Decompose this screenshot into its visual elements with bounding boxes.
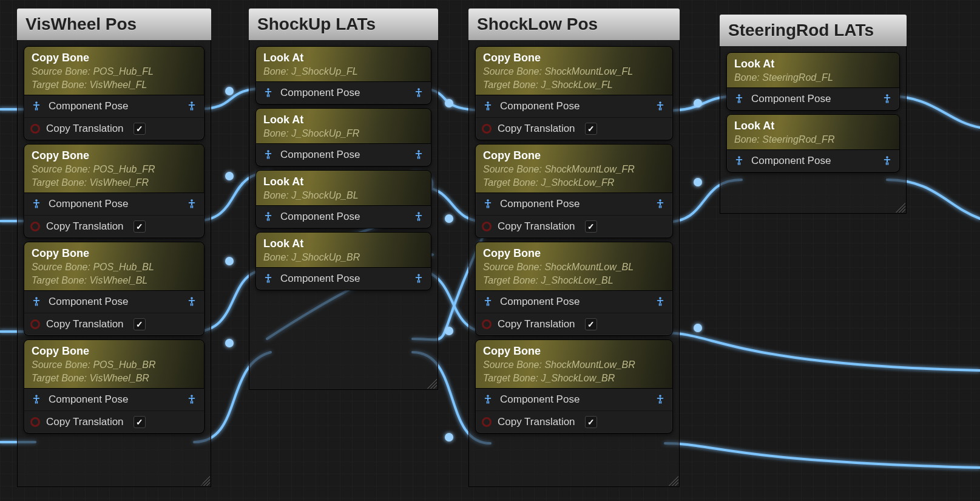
- svg-rect-124: [487, 401, 488, 404]
- copy-translation-checkbox[interactable]: [133, 416, 146, 428]
- pose-pin-in-icon[interactable]: [30, 394, 42, 406]
- pose-pin-in-icon[interactable]: [262, 211, 274, 223]
- bool-pin-icon[interactable]: [30, 319, 40, 329]
- node-header[interactable]: Copy BoneSource Bone: ShockMountLow_BLTa…: [476, 242, 672, 291]
- node-title: Copy Bone: [483, 247, 665, 260]
- pose-pin-in-icon[interactable]: [30, 296, 42, 308]
- pose-pin-out-icon[interactable]: [413, 273, 425, 285]
- svg-rect-128: [657, 398, 664, 399]
- copybone-node[interactable]: Copy BoneSource Bone: POS_Hub_FRTarget B…: [24, 144, 204, 238]
- copy-translation-checkbox[interactable]: [585, 123, 597, 135]
- comment-body[interactable]: Copy BoneSource Bone: POS_Hub_FLTarget B…: [17, 40, 211, 487]
- copybone-node[interactable]: Copy BoneSource Bone: ShockMountLow_BLTa…: [475, 242, 673, 336]
- pose-pin-out-icon[interactable]: [413, 149, 425, 161]
- pose-pin-out-icon[interactable]: [654, 296, 666, 308]
- node-header[interactable]: Look AtBone: J_ShockUp_FR: [256, 109, 431, 144]
- bool-pin-icon[interactable]: [482, 319, 492, 329]
- copy-translation-checkbox[interactable]: [585, 220, 597, 233]
- pose-pin-in-icon[interactable]: [262, 149, 274, 161]
- svg-rect-105: [488, 205, 489, 208]
- bool-pin-icon[interactable]: [482, 222, 492, 231]
- pose-pin-in-icon[interactable]: [733, 93, 745, 105]
- svg-rect-59: [417, 94, 419, 97]
- pose-pin-out-icon[interactable]: [186, 296, 198, 308]
- comment-body[interactable]: Look AtBone: SteeringRod_FLComponent Pos…: [720, 46, 907, 214]
- node-header[interactable]: Look AtBone: J_ShockUp_FL: [256, 47, 431, 82]
- pose-pin-out-icon[interactable]: [413, 211, 425, 223]
- pose-pin-out-icon[interactable]: [186, 394, 198, 406]
- node-header[interactable]: Look AtBone: SteeringRod_FR: [727, 115, 899, 150]
- svg-rect-103: [485, 202, 492, 203]
- resize-grip-icon[interactable]: [427, 379, 437, 389]
- bool-pin-icon[interactable]: [30, 222, 40, 231]
- pose-pin-in-icon[interactable]: [262, 273, 274, 285]
- node-title: Look At: [734, 120, 892, 132]
- lookat-node[interactable]: Look AtBone: J_ShockUp_BRComponent Pose: [255, 232, 431, 290]
- node-header[interactable]: Copy BoneSource Bone: POS_Hub_FRTarget B…: [24, 145, 204, 193]
- comment-body[interactable]: Copy BoneSource Bone: ShockMountLow_FLTa…: [468, 40, 680, 487]
- pose-pin-in-icon[interactable]: [482, 394, 494, 406]
- copybone-node[interactable]: Copy BoneSource Bone: ShockMountLow_BRTa…: [475, 339, 673, 434]
- resize-grip-icon[interactable]: [200, 476, 210, 486]
- copybone-node[interactable]: Copy BoneSource Bone: POS_Hub_FLTarget B…: [24, 46, 204, 140]
- copybone-node[interactable]: Copy BoneSource Bone: POS_Hub_BRTarget B…: [24, 339, 204, 434]
- node-header[interactable]: Copy BoneSource Bone: ShockMountLow_BRTa…: [476, 340, 672, 389]
- comment-box[interactable]: ShockLow PosCopy BoneSource Bone: ShockM…: [468, 9, 680, 487]
- node-header[interactable]: Copy BoneSource Bone: POS_Hub_BLTarget B…: [24, 242, 204, 291]
- comment-box[interactable]: ShockUp LATsLook AtBone: J_ShockUp_FLCom…: [249, 9, 438, 390]
- lookat-node[interactable]: Look AtBone: J_ShockUp_FRComponent Pose: [255, 108, 431, 166]
- pose-pin-out-icon[interactable]: [186, 100, 198, 112]
- copybone-node[interactable]: Copy BoneSource Bone: POS_Hub_BLTarget B…: [24, 242, 204, 336]
- svg-rect-90: [419, 280, 420, 283]
- copy-translation-checkbox[interactable]: [133, 123, 146, 135]
- lookat-node[interactable]: Look AtBone: J_ShockUp_FLComponent Pose: [255, 46, 431, 104]
- copy-translation-checkbox[interactable]: [133, 220, 146, 233]
- pose-pin-in-icon[interactable]: [482, 296, 494, 308]
- node-header[interactable]: Look AtBone: SteeringRod_FL: [727, 53, 899, 88]
- node-header[interactable]: Look AtBone: J_ShockUp_BR: [256, 233, 431, 268]
- pose-pin-out-icon[interactable]: [654, 394, 666, 406]
- pose-pin-out-icon[interactable]: [881, 155, 893, 167]
- comment-title[interactable]: ShockLow Pos: [468, 9, 680, 40]
- comment-title[interactable]: SteeringRod LATs: [720, 15, 907, 46]
- bool-pin-icon[interactable]: [30, 124, 40, 134]
- copybone-node[interactable]: Copy BoneSource Bone: ShockMountLow_FLTa…: [475, 46, 673, 140]
- node-header[interactable]: Copy BoneSource Bone: POS_Hub_BRTarget B…: [24, 340, 204, 389]
- lookat-node[interactable]: Look AtBone: SteeringRod_FLComponent Pos…: [726, 52, 900, 111]
- node-header[interactable]: Look AtBone: J_ShockUp_BL: [256, 171, 431, 206]
- pose-pin-in-icon[interactable]: [482, 100, 494, 112]
- pose-pin-in-icon[interactable]: [262, 87, 274, 99]
- lookat-node[interactable]: Look AtBone: J_ShockUp_BLComponent Pose: [255, 170, 431, 228]
- pose-pin-in-icon[interactable]: [30, 100, 42, 112]
- svg-rect-125: [488, 401, 489, 404]
- lookat-node[interactable]: Look AtBone: SteeringRod_FRComponent Pos…: [726, 114, 900, 172]
- pose-pin-in-icon[interactable]: [30, 198, 42, 210]
- resize-grip-icon[interactable]: [669, 476, 678, 486]
- svg-point-121: [487, 395, 489, 397]
- bool-pin-icon[interactable]: [482, 124, 492, 134]
- copy-translation-checkbox[interactable]: [585, 416, 597, 428]
- node-header[interactable]: Copy BoneSource Bone: ShockMountLow_FRTa…: [476, 145, 672, 193]
- copy-translation-checkbox[interactable]: [133, 318, 146, 330]
- pose-pin-out-icon[interactable]: [654, 198, 666, 210]
- node-header[interactable]: Copy BoneSource Bone: ShockMountLow_FLTa…: [476, 47, 672, 95]
- pose-pin-out-icon[interactable]: [413, 87, 425, 99]
- copy-translation-checkbox[interactable]: [585, 318, 597, 330]
- comment-box[interactable]: VisWheel PosCopy BoneSource Bone: POS_Hu…: [17, 9, 211, 487]
- pose-pin-in-icon[interactable]: [733, 155, 745, 167]
- comment-box[interactable]: SteeringRod LATsLook AtBone: SteeringRod…: [720, 15, 907, 214]
- pose-pin-out-icon[interactable]: [881, 93, 893, 105]
- copybone-node[interactable]: Copy BoneSource Bone: ShockMountLow_FRTa…: [475, 144, 673, 238]
- bool-pin-icon[interactable]: [30, 417, 40, 427]
- svg-rect-14: [35, 107, 36, 111]
- bool-pin-icon[interactable]: [482, 417, 492, 427]
- resize-grip-icon[interactable]: [896, 203, 905, 213]
- pose-pin-out-icon[interactable]: [186, 198, 198, 210]
- node-header[interactable]: Copy BoneSource Bone: POS_Hub_FLTarget B…: [24, 47, 204, 95]
- pose-pin-in-icon[interactable]: [482, 198, 494, 210]
- comment-title[interactable]: ShockUp LATs: [249, 9, 438, 40]
- comment-title[interactable]: VisWheel Pos: [17, 9, 211, 40]
- comment-body[interactable]: Look AtBone: J_ShockUp_FLComponent PoseL…: [249, 40, 438, 390]
- component-pose-label: Component Pose: [500, 100, 580, 112]
- pose-pin-out-icon[interactable]: [654, 100, 666, 112]
